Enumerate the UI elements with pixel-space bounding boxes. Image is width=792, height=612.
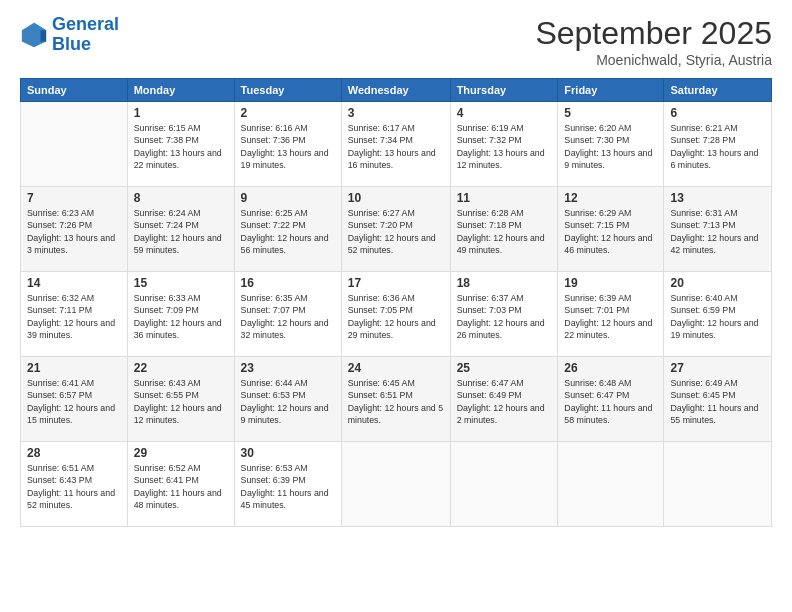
- day-number: 10: [348, 191, 444, 205]
- day-info: Sunrise: 6:27 AMSunset: 7:20 PMDaylight:…: [348, 207, 444, 256]
- calendar-week-2: 7Sunrise: 6:23 AMSunset: 7:26 PMDaylight…: [21, 187, 772, 272]
- table-row: 9Sunrise: 6:25 AMSunset: 7:22 PMDaylight…: [234, 187, 341, 272]
- day-number: 22: [134, 361, 228, 375]
- calendar-header-row: Sunday Monday Tuesday Wednesday Thursday…: [21, 79, 772, 102]
- day-number: 1: [134, 106, 228, 120]
- day-info: Sunrise: 6:45 AMSunset: 6:51 PMDaylight:…: [348, 377, 444, 426]
- day-info: Sunrise: 6:53 AMSunset: 6:39 PMDaylight:…: [241, 462, 335, 511]
- day-number: 6: [670, 106, 765, 120]
- table-row: [21, 102, 128, 187]
- table-row: 8Sunrise: 6:24 AMSunset: 7:24 PMDaylight…: [127, 187, 234, 272]
- logo-icon: [20, 21, 48, 49]
- table-row: 18Sunrise: 6:37 AMSunset: 7:03 PMDayligh…: [450, 272, 558, 357]
- table-row: 20Sunrise: 6:40 AMSunset: 6:59 PMDayligh…: [664, 272, 772, 357]
- day-info: Sunrise: 6:37 AMSunset: 7:03 PMDaylight:…: [457, 292, 552, 341]
- table-row: 22Sunrise: 6:43 AMSunset: 6:55 PMDayligh…: [127, 357, 234, 442]
- table-row: 14Sunrise: 6:32 AMSunset: 7:11 PMDayligh…: [21, 272, 128, 357]
- header: General Blue September 2025 Moenichwald,…: [20, 15, 772, 68]
- day-number: 11: [457, 191, 552, 205]
- month-title: September 2025: [535, 15, 772, 52]
- day-number: 19: [564, 276, 657, 290]
- day-info: Sunrise: 6:49 AMSunset: 6:45 PMDaylight:…: [670, 377, 765, 426]
- day-info: Sunrise: 6:16 AMSunset: 7:36 PMDaylight:…: [241, 122, 335, 171]
- day-info: Sunrise: 6:40 AMSunset: 6:59 PMDaylight:…: [670, 292, 765, 341]
- table-row: 2Sunrise: 6:16 AMSunset: 7:36 PMDaylight…: [234, 102, 341, 187]
- table-row: 21Sunrise: 6:41 AMSunset: 6:57 PMDayligh…: [21, 357, 128, 442]
- day-info: Sunrise: 6:32 AMSunset: 7:11 PMDaylight:…: [27, 292, 121, 341]
- table-row: 13Sunrise: 6:31 AMSunset: 7:13 PMDayligh…: [664, 187, 772, 272]
- table-row: 5Sunrise: 6:20 AMSunset: 7:30 PMDaylight…: [558, 102, 664, 187]
- day-info: Sunrise: 6:39 AMSunset: 7:01 PMDaylight:…: [564, 292, 657, 341]
- table-row: 10Sunrise: 6:27 AMSunset: 7:20 PMDayligh…: [341, 187, 450, 272]
- title-area: September 2025 Moenichwald, Styria, Aust…: [535, 15, 772, 68]
- day-number: 7: [27, 191, 121, 205]
- day-number: 27: [670, 361, 765, 375]
- day-info: Sunrise: 6:28 AMSunset: 7:18 PMDaylight:…: [457, 207, 552, 256]
- day-number: 24: [348, 361, 444, 375]
- day-number: 9: [241, 191, 335, 205]
- day-info: Sunrise: 6:33 AMSunset: 7:09 PMDaylight:…: [134, 292, 228, 341]
- table-row: [664, 442, 772, 527]
- col-saturday: Saturday: [664, 79, 772, 102]
- day-info: Sunrise: 6:41 AMSunset: 6:57 PMDaylight:…: [27, 377, 121, 426]
- table-row: 6Sunrise: 6:21 AMSunset: 7:28 PMDaylight…: [664, 102, 772, 187]
- day-number: 14: [27, 276, 121, 290]
- day-number: 16: [241, 276, 335, 290]
- table-row: 11Sunrise: 6:28 AMSunset: 7:18 PMDayligh…: [450, 187, 558, 272]
- day-info: Sunrise: 6:15 AMSunset: 7:38 PMDaylight:…: [134, 122, 228, 171]
- day-number: 2: [241, 106, 335, 120]
- col-sunday: Sunday: [21, 79, 128, 102]
- calendar-week-1: 1Sunrise: 6:15 AMSunset: 7:38 PMDaylight…: [21, 102, 772, 187]
- table-row: [558, 442, 664, 527]
- table-row: 27Sunrise: 6:49 AMSunset: 6:45 PMDayligh…: [664, 357, 772, 442]
- day-number: 20: [670, 276, 765, 290]
- day-info: Sunrise: 6:35 AMSunset: 7:07 PMDaylight:…: [241, 292, 335, 341]
- day-number: 18: [457, 276, 552, 290]
- day-info: Sunrise: 6:43 AMSunset: 6:55 PMDaylight:…: [134, 377, 228, 426]
- table-row: 12Sunrise: 6:29 AMSunset: 7:15 PMDayligh…: [558, 187, 664, 272]
- day-info: Sunrise: 6:44 AMSunset: 6:53 PMDaylight:…: [241, 377, 335, 426]
- day-number: 5: [564, 106, 657, 120]
- calendar: Sunday Monday Tuesday Wednesday Thursday…: [20, 78, 772, 527]
- day-info: Sunrise: 6:23 AMSunset: 7:26 PMDaylight:…: [27, 207, 121, 256]
- table-row: 17Sunrise: 6:36 AMSunset: 7:05 PMDayligh…: [341, 272, 450, 357]
- day-number: 13: [670, 191, 765, 205]
- calendar-week-5: 28Sunrise: 6:51 AMSunset: 6:43 PMDayligh…: [21, 442, 772, 527]
- day-number: 4: [457, 106, 552, 120]
- table-row: [341, 442, 450, 527]
- day-number: 25: [457, 361, 552, 375]
- col-monday: Monday: [127, 79, 234, 102]
- page: General Blue September 2025 Moenichwald,…: [0, 0, 792, 612]
- day-number: 26: [564, 361, 657, 375]
- day-number: 29: [134, 446, 228, 460]
- table-row: 3Sunrise: 6:17 AMSunset: 7:34 PMDaylight…: [341, 102, 450, 187]
- table-row: 26Sunrise: 6:48 AMSunset: 6:47 PMDayligh…: [558, 357, 664, 442]
- day-number: 17: [348, 276, 444, 290]
- table-row: 24Sunrise: 6:45 AMSunset: 6:51 PMDayligh…: [341, 357, 450, 442]
- calendar-week-4: 21Sunrise: 6:41 AMSunset: 6:57 PMDayligh…: [21, 357, 772, 442]
- calendar-week-3: 14Sunrise: 6:32 AMSunset: 7:11 PMDayligh…: [21, 272, 772, 357]
- day-number: 30: [241, 446, 335, 460]
- day-info: Sunrise: 6:21 AMSunset: 7:28 PMDaylight:…: [670, 122, 765, 171]
- day-number: 21: [27, 361, 121, 375]
- day-number: 15: [134, 276, 228, 290]
- day-number: 23: [241, 361, 335, 375]
- col-thursday: Thursday: [450, 79, 558, 102]
- col-tuesday: Tuesday: [234, 79, 341, 102]
- day-info: Sunrise: 6:48 AMSunset: 6:47 PMDaylight:…: [564, 377, 657, 426]
- table-row: 7Sunrise: 6:23 AMSunset: 7:26 PMDaylight…: [21, 187, 128, 272]
- subtitle: Moenichwald, Styria, Austria: [535, 52, 772, 68]
- table-row: 25Sunrise: 6:47 AMSunset: 6:49 PMDayligh…: [450, 357, 558, 442]
- logo-text: General Blue: [52, 15, 119, 55]
- table-row: 28Sunrise: 6:51 AMSunset: 6:43 PMDayligh…: [21, 442, 128, 527]
- day-info: Sunrise: 6:52 AMSunset: 6:41 PMDaylight:…: [134, 462, 228, 511]
- day-info: Sunrise: 6:29 AMSunset: 7:15 PMDaylight:…: [564, 207, 657, 256]
- day-info: Sunrise: 6:25 AMSunset: 7:22 PMDaylight:…: [241, 207, 335, 256]
- day-number: 28: [27, 446, 121, 460]
- day-number: 3: [348, 106, 444, 120]
- table-row: 1Sunrise: 6:15 AMSunset: 7:38 PMDaylight…: [127, 102, 234, 187]
- table-row: [450, 442, 558, 527]
- day-info: Sunrise: 6:24 AMSunset: 7:24 PMDaylight:…: [134, 207, 228, 256]
- day-info: Sunrise: 6:17 AMSunset: 7:34 PMDaylight:…: [348, 122, 444, 171]
- day-info: Sunrise: 6:51 AMSunset: 6:43 PMDaylight:…: [27, 462, 121, 511]
